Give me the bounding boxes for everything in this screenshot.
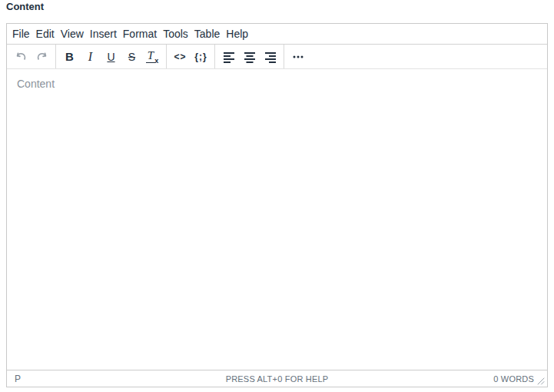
more-options-icon bbox=[292, 51, 304, 63]
menu-view[interactable]: View bbox=[58, 25, 87, 42]
align-right-icon bbox=[264, 51, 277, 63]
page: Content File Edit View Insert Format Too… bbox=[0, 0, 554, 392]
redo-button[interactable] bbox=[32, 46, 52, 67]
bold-icon: B bbox=[65, 50, 74, 63]
word-count[interactable]: 0 WORDS bbox=[493, 374, 534, 384]
clear-formatting-button[interactable]: Tx bbox=[142, 46, 163, 67]
undo-icon bbox=[14, 49, 28, 64]
editor-content-area[interactable]: Content bbox=[7, 69, 547, 370]
undo-button[interactable] bbox=[11, 46, 32, 67]
underline-button[interactable]: U bbox=[101, 46, 121, 67]
element-path[interactable]: P bbox=[15, 374, 21, 384]
menu-format[interactable]: Format bbox=[120, 25, 160, 42]
editor-placeholder: Content bbox=[17, 78, 55, 90]
source-code-icon: <> bbox=[174, 51, 186, 62]
toolbar-group-more bbox=[284, 45, 311, 68]
underline-icon: U bbox=[107, 51, 114, 63]
italic-button[interactable]: I bbox=[80, 46, 101, 67]
align-right-button[interactable] bbox=[260, 46, 280, 67]
menu-edit[interactable]: Edit bbox=[33, 25, 58, 42]
strikethrough-button[interactable]: S bbox=[121, 46, 142, 67]
toolbar: B I U S Tx <> bbox=[7, 45, 547, 69]
source-code-button[interactable]: <> bbox=[170, 46, 191, 67]
align-left-icon bbox=[223, 51, 235, 63]
accessibility-help-text: PRESS ALT+0 FOR HELP bbox=[7, 374, 547, 384]
statusbar: P PRESS ALT+0 FOR HELP 0 WORDS bbox=[7, 370, 547, 387]
menu-insert[interactable]: Insert bbox=[87, 25, 120, 42]
clear-formatting-icon: Tx bbox=[146, 50, 159, 63]
redo-icon bbox=[35, 49, 49, 64]
more-options-button[interactable] bbox=[287, 46, 308, 67]
align-left-button[interactable] bbox=[218, 46, 239, 67]
field-label: Content bbox=[6, 1, 44, 12]
align-center-icon bbox=[244, 51, 256, 63]
toolbar-group-formatting: B I U S Tx bbox=[55, 45, 166, 68]
code-sample-button[interactable]: {;} bbox=[191, 46, 211, 67]
menu-help[interactable]: Help bbox=[223, 25, 251, 42]
resize-handle-icon[interactable] bbox=[536, 377, 546, 386]
toolbar-group-history bbox=[8, 45, 55, 68]
strikethrough-icon: S bbox=[128, 51, 135, 63]
align-center-button[interactable] bbox=[239, 46, 260, 67]
menu-file[interactable]: File bbox=[9, 25, 33, 42]
rich-text-editor: File Edit View Insert Format Tools Table… bbox=[6, 23, 548, 387]
code-sample-icon: {;} bbox=[194, 51, 207, 62]
italic-icon: I bbox=[88, 50, 92, 64]
bold-button[interactable]: B bbox=[59, 46, 80, 67]
toolbar-group-alignment bbox=[214, 45, 284, 68]
menubar: File Edit View Insert Format Tools Table… bbox=[7, 24, 547, 45]
toolbar-group-code: <> {;} bbox=[166, 45, 214, 68]
statusbar-right: 0 WORDS bbox=[493, 372, 547, 386]
menu-table[interactable]: Table bbox=[191, 25, 223, 42]
menu-tools[interactable]: Tools bbox=[160, 25, 191, 42]
